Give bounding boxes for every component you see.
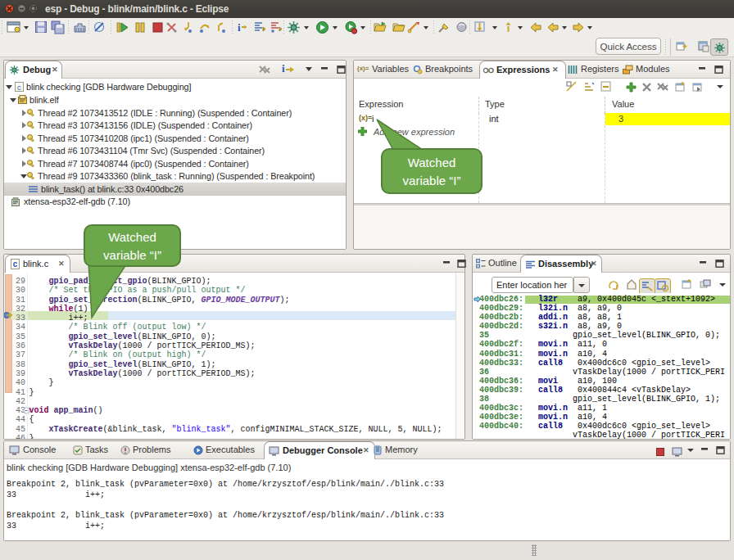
- svg-text:c: c: [12, 260, 17, 269]
- svg-text:c: c: [17, 84, 21, 93]
- svg-text:i: i: [238, 21, 241, 34]
